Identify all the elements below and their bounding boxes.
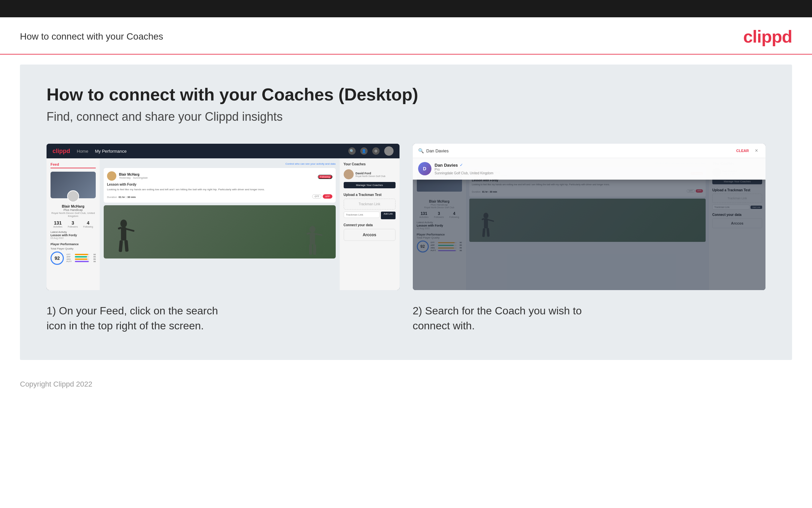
svg-rect-3 [125,228,135,232]
stat-followers-1: 3 Followers [68,220,78,228]
score-row-1: 92 OTT90 APP85 ARG86 PUTT96 [51,252,96,265]
profile-stats-1: 131 Activities 3 Followers 4 Following [51,220,96,228]
search-icon-2: 🔍 [418,148,424,153]
app-logo-1: clippd [52,148,70,155]
connect-title-1: Connect your data [344,223,395,227]
search-bar-2: 🔍 Dan Davies CLEAR × [413,144,766,158]
following-badge-1[interactable]: Following [318,175,332,179]
svg-rect-7 [310,232,315,245]
caption-1: 1) On your Feed, click on the searchicon… [47,303,399,333]
app-feed-1: Control who can see your activity and da… [100,158,340,290]
profile-sub-1: Plus Handicap [51,208,96,212]
stat-followers-lbl-1: Followers [68,225,78,228]
profile-image-1 [51,172,96,198]
close-btn-2[interactable]: × [753,147,760,154]
search-overlay-2: 🔍 Dan Davies CLEAR × D Dan Davies ✓ [413,144,766,180]
feed-coach-name-1: Blair McHarg [119,173,148,176]
feed-avatar-1 [107,171,116,181]
coach-item-1: David Ford Royal North Devon Golf Club [344,169,395,179]
search-input-2[interactable]: Dan Davies [426,149,736,153]
stat-activities-lbl-1: Activities [53,225,62,228]
app-body-1: Feed Blair McHarg Plus Handicap Royal No… [47,158,399,290]
svg-point-0 [120,220,127,227]
add-link-btn-1[interactable]: Add Link [381,212,395,219]
main-subtitle: Find, connect and share your Clippd insi… [47,110,765,124]
app-nav-1: clippd Home My Performance 🔍 👤 ⚙ [47,144,399,158]
stat-followers-num-1: 3 [68,220,78,225]
manage-coaches-btn-1[interactable]: Manage Your Coaches [344,182,395,188]
control-link-1[interactable]: Control who can see your activity and da… [104,162,336,165]
result-name-2: Dan Davies [435,163,458,168]
nav-icons-1: 🔍 👤 ⚙ [348,146,393,156]
stat-following-1: 4 Following [83,220,93,228]
duration-val-1: 01 hr : 30 min [118,196,136,199]
header: How to connect with your Coaches clippd [0,17,812,54]
result-avatar-2: D [418,162,431,175]
following-card-1: Blair McHarg Yesterday · Sunningdale Fol… [104,168,336,203]
svg-rect-17 [486,228,490,237]
upload-title-1: Upload a Trackman Test [344,193,395,197]
svg-point-12 [483,213,488,219]
screenshot-2-mockup: clippd Home My Performance Feed Blair Mc… [413,144,766,290]
caption-2: 2) Search for the Coach you wish toconne… [413,303,766,333]
screenshot-1-mockup: clippd Home My Performance 🔍 👤 ⚙ Feed [47,144,399,290]
stat-following-lbl-1: Following [83,225,93,228]
score-circle-1: 92 [51,252,64,265]
svg-rect-16 [482,228,485,237]
lesson-title-1: Lesson with Fordy [107,183,332,186]
feed-tab-1[interactable]: Feed [51,162,96,168]
svg-point-6 [309,226,316,232]
svg-rect-4 [118,240,123,252]
copyright: Copyright Clippd 2022 [20,380,92,388]
profile-name-1: Blair McHarg [51,204,96,208]
profile-location-1: Royal North Devon Golf Club, United King… [51,212,96,218]
screenshot-2-container: clippd Home My Performance Feed Blair Mc… [413,144,766,333]
trackman-input-1[interactable] [344,212,380,218]
main-title: How to connect with your Coaches (Deskto… [47,85,765,104]
pill-app-1[interactable]: APP [323,194,332,199]
svg-rect-11 [313,244,316,255]
settings-icon-1[interactable]: ⚙ [372,147,380,155]
feed-coach-sub-1: Yesterday · Sunningdale [119,176,148,179]
nav-avatar-1[interactable] [384,146,393,156]
nav-home-1[interactable]: Home [77,149,88,154]
coach-avatar-1 [344,169,354,179]
clear-btn-2[interactable]: CLEAR [736,149,749,153]
coach-club-1: Royal North Devon Golf Club [355,175,386,177]
player-perf-1: Player Performance Total Player Quality … [51,243,96,265]
page-title: How to connect with your Coaches [20,31,163,42]
svg-rect-10 [309,244,312,255]
duration-label-1: Duration [107,196,117,199]
stat-activities-1: 131 Activities [53,220,62,228]
profile-avatar-1 [67,190,79,202]
latest-activity-1: Latest Activity Lesson with Fordy 03 Aug… [51,230,96,239]
score-bars-1: OTT90 APP85 ARG86 PUTT96 [66,254,96,263]
app-sidebar-1: Feed Blair McHarg Plus Handicap Royal No… [47,158,100,290]
screenshots-row: clippd Home My Performance 🔍 👤 ⚙ Feed [47,144,765,333]
user-icon-1[interactable]: 👤 [360,147,368,155]
svg-rect-15 [487,219,494,222]
top-bar [0,0,812,17]
coaches-title-1: Your Coaches [344,162,395,166]
result-role-2: Pro [435,168,493,171]
pill-buttons-1: OTT APP [312,194,332,199]
clippd-logo: clippd [743,27,792,47]
screenshot-1-container: clippd Home My Performance 🔍 👤 ⚙ Feed [47,144,399,333]
search-icon-1[interactable]: 🔍 [348,147,355,155]
lesson-text-1: Looking to feel like my hands are exitin… [107,187,332,191]
verified-icon-2: ✓ [460,163,463,167]
stat-following-num-1: 4 [83,220,93,225]
result-info-2: Dan Davies ✓ Pro Sunningdale Golf Club, … [435,163,493,175]
pill-ott-1[interactable]: OTT [312,194,322,199]
app-right-1: Your Coaches David Ford Royal North Devo… [340,158,399,290]
result-club-2: Sunningdale Golf Club, United Kingdom [435,171,493,175]
search-result-2[interactable]: D Dan Davies ✓ Pro Sunningdale Golf Club… [413,158,766,180]
svg-rect-5 [124,240,129,252]
coach-name-1: David Ford [355,172,386,175]
stat-activities-num-1: 131 [53,220,62,225]
nav-myperformance-1[interactable]: My Performance [95,149,127,154]
trackman-box-1: Trackman Link [344,199,395,210]
duration-row-1: Duration 01 hr : 30 min OTT APP [107,193,332,199]
following-header-1: Blair McHarg Yesterday · Sunningdale Fol… [107,171,332,181]
arccos-box-1: Arccos [344,229,395,241]
